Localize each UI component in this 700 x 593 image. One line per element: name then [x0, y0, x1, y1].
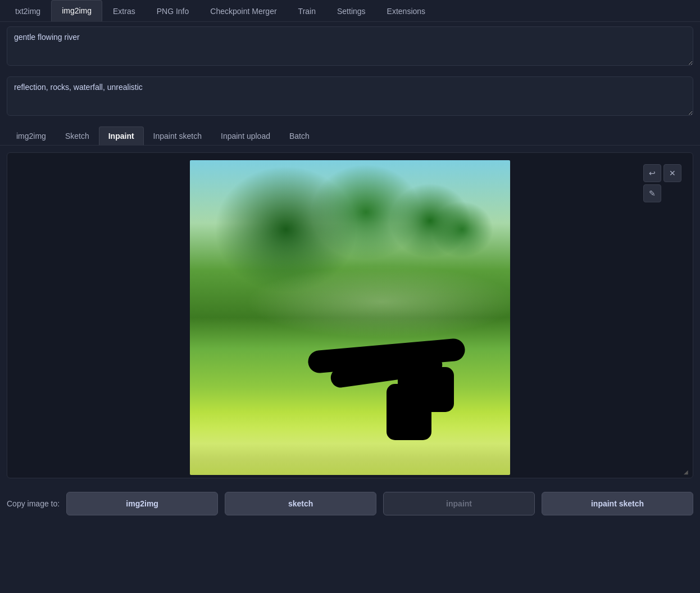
copy-label: Copy image to: [7, 499, 60, 508]
subtab-inpaint[interactable]: Inpaint [99, 126, 144, 145]
copy-to-img2img-button[interactable]: img2img [66, 492, 218, 515]
paint-stroke-4 [387, 384, 431, 440]
subtab-inpaint-upload[interactable]: Inpaint upload [211, 126, 280, 145]
subtab-img2img[interactable]: img2img [7, 126, 56, 145]
subtab-batch[interactable]: Batch [280, 126, 319, 145]
edit-button[interactable]: ✎ [643, 184, 661, 202]
tab-txt2img[interactable]: txt2img [4, 1, 51, 21]
scene-image [190, 160, 510, 475]
tab-settings[interactable]: Settings [326, 1, 376, 21]
copy-to-sketch-button[interactable]: sketch [225, 492, 376, 515]
positive-prompt-input[interactable] [7, 26, 693, 66]
toolbar-row-2: ✎ [643, 184, 681, 202]
sub-tab-bar: img2img Sketch Inpaint Inpaint sketch In… [0, 122, 700, 146]
clear-button[interactable]: ✕ [663, 164, 681, 182]
resize-handle[interactable]: ◢ [684, 469, 690, 476]
copy-to-inpaint-sketch-button[interactable]: inpaint sketch [542, 492, 693, 515]
positive-prompt-section [0, 22, 700, 72]
tab-checkpoint-merger[interactable]: Checkpoint Merger [199, 1, 287, 21]
tab-img2img[interactable]: img2img [51, 0, 102, 21]
undo-button[interactable]: ↩ [643, 164, 661, 182]
canvas-section: ↩ ✕ ✎ ◢ [0, 146, 700, 485]
tab-extras[interactable]: Extras [102, 1, 146, 21]
top-navigation: txt2img img2img Extras PNG Info Checkpoi… [0, 0, 700, 22]
canvas-image-wrapper [190, 153, 510, 478]
copy-to-inpaint-button[interactable]: inpaint [383, 492, 535, 515]
negative-prompt-input[interactable] [7, 76, 693, 116]
subtab-sketch[interactable]: Sketch [56, 126, 99, 145]
tab-extensions[interactable]: Extensions [376, 1, 436, 21]
inpaint-canvas[interactable]: ↩ ✕ ✎ ◢ [7, 152, 693, 478]
toolbar-row-1: ↩ ✕ [643, 164, 681, 182]
tab-train[interactable]: Train [288, 1, 326, 21]
canvas-toolbar: ↩ ✕ ✎ [643, 164, 681, 202]
paint-mask-overlay [302, 333, 479, 428]
subtab-inpaint-sketch[interactable]: Inpaint sketch [144, 126, 211, 145]
tab-png-info[interactable]: PNG Info [146, 1, 200, 21]
negative-prompt-section [0, 72, 700, 122]
copy-image-section: Copy image to: img2img sketch inpaint in… [0, 485, 700, 522]
